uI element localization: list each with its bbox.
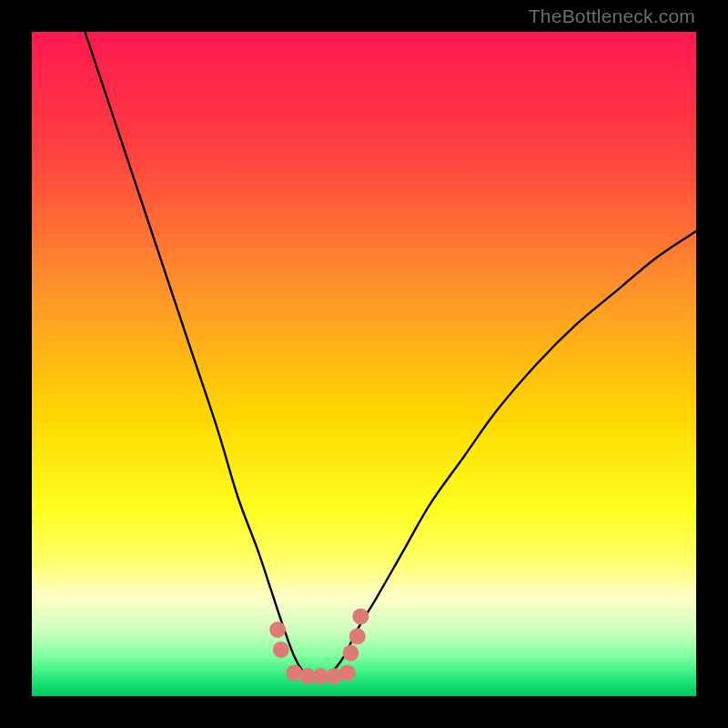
marker-point: [349, 628, 366, 644]
bottleneck-curve: [85, 32, 696, 677]
marker-point: [273, 642, 289, 658]
marker-point: [352, 608, 369, 624]
marker-point: [339, 664, 356, 681]
salmon-markers: [269, 608, 369, 684]
plot-area: [32, 32, 696, 696]
marker-point: [269, 622, 286, 638]
curve-layer: [32, 32, 696, 696]
chart-frame: TheBottleneck.com: [0, 0, 728, 728]
watermark-text: TheBottleneck.com: [529, 5, 695, 27]
marker-point: [342, 645, 359, 662]
